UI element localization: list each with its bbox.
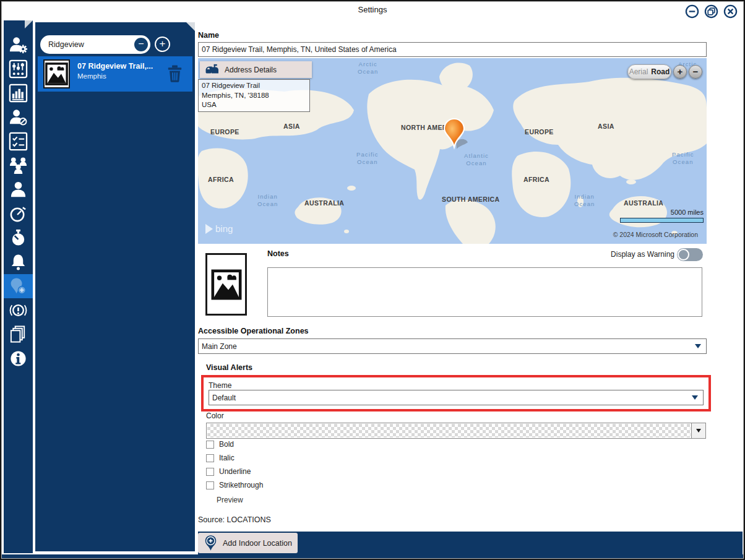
checklist-icon	[9, 132, 28, 151]
address-line: 07 Ridgeview Trail	[202, 81, 306, 91]
info-icon	[9, 349, 28, 368]
map-scale-bar	[620, 218, 704, 223]
window-title: Settings	[1, 5, 744, 14]
documents-icon	[9, 325, 28, 344]
color-swatch-transparent	[207, 424, 691, 437]
map-label-ocean: Indian Ocean	[257, 193, 278, 209]
user-icon	[9, 180, 28, 199]
color-dropdown[interactable]	[206, 423, 706, 439]
sidebar-item-timer[interactable]	[4, 202, 33, 226]
chevron-down-icon	[692, 395, 698, 400]
zones-dropdown[interactable]: Main Zone	[198, 338, 707, 354]
location-list-item[interactable]: 07 Ridgeview Trail,... Memphis	[38, 56, 192, 92]
underline-checkbox[interactable]	[206, 468, 214, 476]
theme-label: Theme	[209, 381, 231, 390]
name-input[interactable]	[198, 42, 707, 57]
map-label-continent: EUROPE	[525, 128, 554, 136]
window-controls	[685, 4, 738, 19]
address-details-button[interactable]: Address Details	[200, 61, 312, 78]
address-details-box: 07 Ridgeview Trail Memphis, TN, '38188 U…	[198, 79, 310, 112]
aerial-option[interactable]: Aerial	[629, 67, 648, 76]
map-label-ocean: Pacific Ocean	[356, 151, 379, 166]
source-text: Source: LOCATIONS	[198, 515, 271, 524]
image-placeholder-icon	[210, 269, 243, 301]
map-label-ocean: Atlantic Ocean	[464, 152, 489, 168]
sidebar-item-stopwatch[interactable]	[4, 226, 33, 250]
map-zoom-in-button[interactable]: +	[673, 65, 687, 79]
strikethrough-checkbox[interactable]	[206, 481, 214, 489]
search-input[interactable]	[48, 36, 127, 53]
sidebar-item-user-blocked[interactable]	[4, 105, 33, 129]
sidebar-item-sliders[interactable]	[4, 57, 33, 81]
search-clear-button[interactable]: −	[134, 38, 148, 51]
address-details-label: Address Details	[225, 66, 277, 74]
map-label-continent: ASIA	[598, 123, 614, 130]
display-as-warning-label: Display as Warning	[577, 250, 674, 259]
map-label-continent: AUSTRALIA	[304, 199, 344, 207]
settings-window: Settings	[0, 0, 745, 560]
location-item-title: 07 Ridgeview Trail,...	[77, 62, 153, 71]
theme-highlight-box: Theme Default	[201, 375, 711, 411]
color-dropdown-button[interactable]	[691, 423, 705, 438]
location-image-placeholder	[205, 253, 247, 316]
sidebar-item-user-settings[interactable]	[4, 33, 33, 57]
sidebar-item-bar-chart[interactable]	[4, 81, 33, 105]
titlebar: Settings	[1, 1, 744, 20]
chevron-down-icon	[696, 429, 701, 433]
map-label-ocean: Arctic Ocean	[358, 61, 379, 76]
add-indoor-location-button[interactable]: Add Indoor Location	[198, 533, 298, 553]
list-panel-corner-handle[interactable]	[186, 22, 195, 40]
timer-icon	[9, 204, 28, 223]
restore-icon[interactable]	[704, 4, 718, 19]
map-pin[interactable]	[441, 118, 468, 153]
map-style-toggle[interactable]: Aerial Road	[627, 64, 671, 79]
sidebar-item-documents[interactable]	[4, 322, 33, 347]
display-as-warning-toggle[interactable]	[677, 248, 703, 261]
user-settings-icon	[9, 35, 28, 54]
sidebar-item-checklist[interactable]	[4, 129, 33, 153]
search-box: −	[40, 35, 150, 54]
bing-logo-icon	[205, 224, 213, 234]
sidebar-item-bell[interactable]	[4, 250, 33, 274]
add-location-button[interactable]: +	[155, 37, 170, 52]
chevron-down-icon	[695, 344, 701, 348]
map-label-ocean: Pacific Ocean	[672, 151, 694, 166]
location-add-icon	[9, 277, 28, 296]
road-option[interactable]: Road	[651, 67, 670, 76]
bold-checkbox-row: Bold	[206, 440, 234, 449]
locations-list-panel: − + 07 Ridgeview Trail,... Memphis	[35, 22, 195, 551]
map-canvas[interactable]: Indian Ocean EUROPE ASIA AFRICA AUSTRALI…	[198, 58, 707, 244]
notes-label: Notes	[267, 249, 289, 258]
map-zoom-out-button[interactable]: −	[689, 65, 702, 79]
preview-label: Preview	[217, 496, 243, 504]
bottom-action-bar: Add Indoor Location	[198, 532, 743, 555]
sidebar-item-info[interactable]	[4, 347, 33, 371]
sidebar-item-alerts[interactable]	[4, 298, 33, 322]
sidebar-item-team[interactable]	[4, 153, 33, 178]
minimize-icon[interactable]	[685, 4, 699, 19]
image-placeholder-icon	[45, 61, 69, 87]
theme-value: Default	[209, 394, 692, 402]
map-label-continent: AFRICA	[208, 176, 234, 183]
color-label: Color	[206, 411, 224, 420]
sidebar-item-locations[interactable]	[4, 274, 33, 298]
delete-location-icon[interactable]	[167, 64, 183, 83]
italic-checkbox-row: Italic	[206, 454, 235, 462]
team-icon	[9, 156, 28, 175]
pin-plus-icon	[204, 535, 217, 551]
location-item-subtitle: Memphis	[77, 72, 106, 80]
bell-icon	[9, 252, 28, 272]
bold-checkbox[interactable]	[206, 441, 214, 449]
strikethrough-label: Strikethrough	[219, 481, 263, 489]
mailbox-icon	[205, 64, 220, 76]
notes-textarea[interactable]	[267, 267, 702, 317]
map-label-continent: AUSTRALIA	[624, 199, 663, 207]
close-icon[interactable]	[723, 4, 738, 19]
italic-checkbox[interactable]	[206, 454, 214, 462]
theme-dropdown[interactable]: Default	[209, 390, 704, 405]
map-label-continent: AFRICA	[523, 176, 549, 183]
bar-chart-icon	[9, 84, 28, 103]
sidebar-item-user[interactable]	[4, 178, 33, 202]
visual-alerts-heading: Visual Alerts	[206, 363, 252, 372]
sidebar-corner-handle[interactable]	[25, 20, 33, 28]
